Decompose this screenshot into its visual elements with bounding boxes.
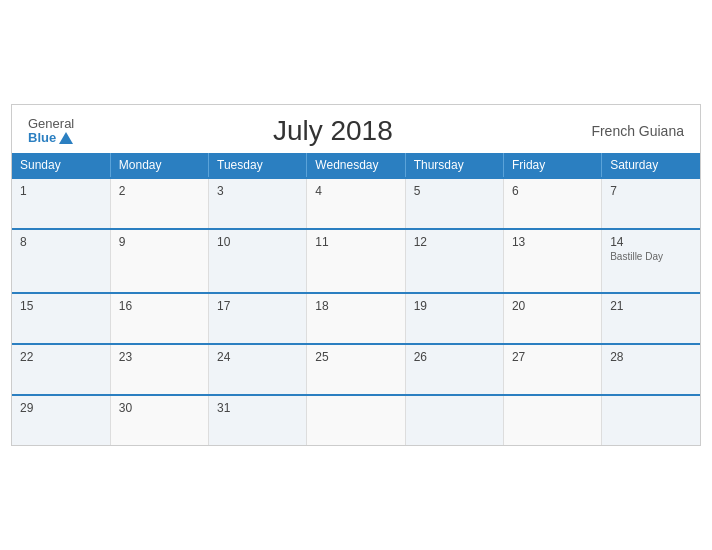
calendar-title: July 2018 [273,115,393,147]
day-number: 1 [20,184,102,198]
calendar-cell: 25 [307,344,405,395]
calendar-cell: 15 [12,293,110,344]
header-wednesday: Wednesday [307,153,405,178]
header-sunday: Sunday [12,153,110,178]
day-number: 6 [512,184,593,198]
calendar-cell: 18 [307,293,405,344]
calendar-cell: 7 [602,178,700,229]
calendar-week-row: 293031 [12,395,700,445]
calendar-cell: 30 [110,395,208,445]
day-number: 26 [414,350,495,364]
calendar-cell: 1 [12,178,110,229]
calendar-week-row: 891011121314Bastille Day [12,229,700,293]
calendar-cell: 29 [12,395,110,445]
calendar-cell: 27 [503,344,601,395]
calendar-cell [602,395,700,445]
day-number: 4 [315,184,396,198]
day-number: 29 [20,401,102,415]
day-number: 15 [20,299,102,313]
day-number: 18 [315,299,396,313]
logo-blue-text: Blue [28,131,74,145]
day-number: 23 [119,350,200,364]
day-number: 2 [119,184,200,198]
day-number: 20 [512,299,593,313]
calendar: General Blue July 2018 French Guiana Sun… [11,104,701,446]
day-number: 14 [610,235,692,249]
calendar-week-row: 1234567 [12,178,700,229]
calendar-cell: 11 [307,229,405,293]
calendar-cell: 6 [503,178,601,229]
day-number: 30 [119,401,200,415]
calendar-cell: 4 [307,178,405,229]
day-number: 12 [414,235,495,249]
calendar-cell [405,395,503,445]
day-number: 27 [512,350,593,364]
calendar-week-row: 22232425262728 [12,344,700,395]
day-number: 22 [20,350,102,364]
calendar-cell: 19 [405,293,503,344]
calendar-cell: 10 [209,229,307,293]
logo: General Blue [28,117,74,146]
logo-general-text: General [28,117,74,131]
day-number: 17 [217,299,298,313]
calendar-cell: 3 [209,178,307,229]
calendar-cell: 26 [405,344,503,395]
calendar-cell: 22 [12,344,110,395]
day-number: 9 [119,235,200,249]
calendar-header: General Blue July 2018 French Guiana [12,105,700,153]
day-number: 19 [414,299,495,313]
calendar-cell [503,395,601,445]
day-number: 28 [610,350,692,364]
calendar-cell: 17 [209,293,307,344]
calendar-cell: 16 [110,293,208,344]
day-number: 31 [217,401,298,415]
calendar-cell: 20 [503,293,601,344]
header-friday: Friday [503,153,601,178]
calendar-cell: 12 [405,229,503,293]
day-number: 24 [217,350,298,364]
logo-triangle-icon [59,132,73,144]
day-number: 13 [512,235,593,249]
calendar-cell: 2 [110,178,208,229]
day-number: 10 [217,235,298,249]
calendar-cell [307,395,405,445]
calendar-table: Sunday Monday Tuesday Wednesday Thursday… [12,153,700,445]
calendar-cell: 14Bastille Day [602,229,700,293]
calendar-cell: 8 [12,229,110,293]
calendar-cell: 13 [503,229,601,293]
header-thursday: Thursday [405,153,503,178]
day-number: 3 [217,184,298,198]
header-monday: Monday [110,153,208,178]
calendar-cell: 23 [110,344,208,395]
day-number: 16 [119,299,200,313]
calendar-cell: 9 [110,229,208,293]
calendar-cell: 5 [405,178,503,229]
calendar-week-row: 15161718192021 [12,293,700,344]
region-label: French Guiana [591,123,684,139]
calendar-cell: 24 [209,344,307,395]
day-number: 21 [610,299,692,313]
day-number: 7 [610,184,692,198]
header-saturday: Saturday [602,153,700,178]
calendar-cell: 21 [602,293,700,344]
day-number: 5 [414,184,495,198]
weekday-header-row: Sunday Monday Tuesday Wednesday Thursday… [12,153,700,178]
calendar-cell: 31 [209,395,307,445]
calendar-cell: 28 [602,344,700,395]
event-label: Bastille Day [610,251,692,262]
header-tuesday: Tuesday [209,153,307,178]
day-number: 25 [315,350,396,364]
day-number: 11 [315,235,396,249]
day-number: 8 [20,235,102,249]
